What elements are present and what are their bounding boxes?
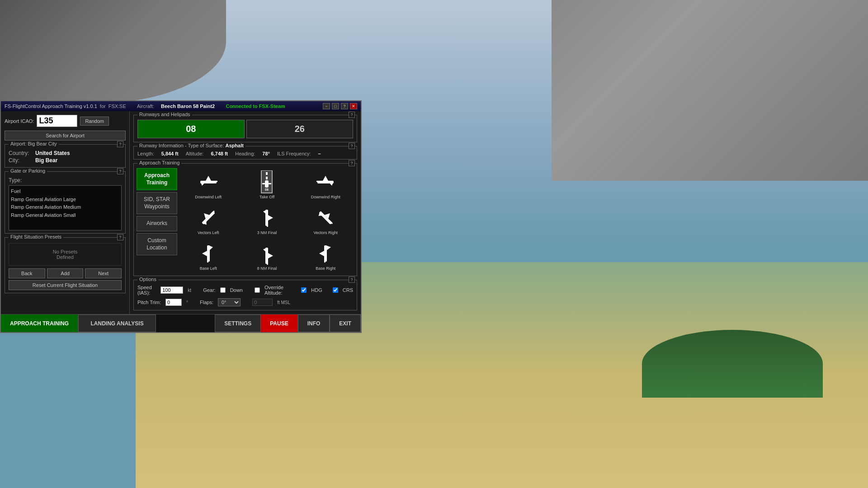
altitude-input [252, 299, 273, 306]
base-left-plane-svg [195, 242, 222, 265]
downwind-left-cell[interactable]: Downwind Left [180, 168, 237, 202]
svg-rect-15 [316, 181, 321, 182]
length-key: Length: [137, 151, 154, 156]
minimize-button[interactable]: − [323, 103, 330, 109]
list-item[interactable]: Ramp General Aviation Small [11, 211, 119, 220]
app-title: FS-FlightControl Approach Training v1.0.… [5, 103, 97, 109]
base-right-plane-svg [312, 242, 339, 265]
approach-training-mode-button[interactable]: ApproachTraining [137, 168, 177, 190]
sid-star-mode-button[interactable]: SID, STARWaypoints [137, 192, 177, 214]
vectors-left-cell[interactable]: Vectors Left [180, 204, 237, 238]
heading-value: 78° [262, 151, 270, 156]
downwind-left-label: Downwind Left [195, 195, 222, 200]
approach-section-help[interactable]: ? [349, 160, 355, 166]
exit-button[interactable]: EXIT [330, 314, 361, 332]
runway-08-button[interactable]: 08 [137, 120, 245, 138]
base-right-cell[interactable]: Base Right [297, 239, 354, 273]
svg-marker-34 [263, 248, 267, 253]
settings-button[interactable]: SETTINGS [215, 314, 261, 332]
type-list[interactable]: Fuel Ramp General Aviation Large Ramp Ge… [9, 185, 122, 230]
altitude-key: Altitude: [186, 151, 204, 156]
svg-marker-18 [202, 219, 209, 226]
title-bar-left: FS-FlightControl Approach Training v1.0.… [5, 103, 285, 109]
mode-buttons: ApproachTraining SID, STARWaypoints Airw… [137, 168, 177, 273]
gear-down-checkbox[interactable] [220, 287, 226, 293]
3nm-final-cell[interactable]: 3 NM Final [239, 204, 296, 238]
info-button[interactable]: INFO [298, 314, 330, 332]
pause-button[interactable]: PAUSE [261, 314, 297, 332]
downwind-right-plane-svg [312, 171, 339, 193]
approach-training-bottom-button[interactable]: APPROACH TRAINING [1, 314, 78, 332]
runway-info-help[interactable]: ? [349, 143, 355, 149]
svg-rect-6 [266, 177, 268, 179]
next-button[interactable]: Next [85, 268, 122, 278]
airworks-mode-button[interactable]: Airworks [137, 216, 177, 231]
runway-info-section: Runway Information - Type of Surface: As… [133, 146, 357, 160]
options-content: Speed (IAS): kt Gear: Down Override Alti… [134, 280, 357, 310]
8nm-final-cell[interactable]: 8 NM Final [239, 239, 296, 273]
override-altitude-checkbox[interactable] [255, 287, 260, 293]
svg-marker-13 [323, 176, 328, 181]
runway-info-label: Runway Information - Type of Surface: As… [137, 143, 245, 148]
random-button[interactable]: Random [80, 117, 109, 126]
close-button[interactable]: ✕ [350, 103, 357, 109]
maximize-button[interactable]: □ [332, 103, 339, 109]
downwind-right-icon [312, 170, 339, 194]
icao-input[interactable] [37, 115, 77, 127]
approach-training-section: Approach Training ? ApproachTraining SID… [133, 163, 357, 276]
icao-label: Airport ICAO: [5, 118, 34, 124]
list-item[interactable]: Ramp General Aviation Medium [11, 203, 119, 211]
gate-parking-help[interactable]: ? [117, 168, 123, 174]
title-bar: FS-FlightControl Approach Training v1.0.… [1, 101, 361, 111]
svg-text:08: 08 [265, 188, 269, 191]
alt-unit: ft MSL [277, 300, 290, 305]
vectors-left-icon [195, 206, 222, 230]
presets-label: Flight Situation Presets [9, 234, 63, 239]
help-button[interactable]: ? [341, 103, 348, 109]
svg-marker-33 [268, 253, 273, 258]
pitch-input[interactable] [165, 299, 182, 306]
airport-section-label: Airport: Big Bear City [9, 141, 59, 146]
crs-label: CRS [343, 287, 353, 293]
landing-analysis-button[interactable]: LANDING ANALYSIS [78, 314, 156, 332]
back-button[interactable]: Back [9, 268, 45, 278]
downwind-right-cell[interactable]: Downwind Right [297, 168, 354, 202]
surface-type: Asphalt [226, 143, 244, 148]
approach-section-label: Approach Training [137, 160, 181, 165]
country-value: United States [35, 150, 70, 156]
vectors-right-cell[interactable]: Vectors Right [297, 204, 354, 238]
add-button[interactable]: Add [47, 268, 84, 278]
vectors-left-label: Vectors Left [198, 230, 219, 235]
bottom-bar: APPROACH TRAINING LANDING ANALYSIS SETTI… [1, 314, 361, 332]
list-item[interactable]: Fuel [11, 188, 119, 196]
3nm-final-label: 3 NM Final [257, 230, 277, 235]
altitude-value: 6,748 ft [211, 151, 228, 156]
list-item[interactable]: Ramp General Aviation Large [11, 196, 119, 204]
runways-help[interactable]: ? [349, 112, 355, 118]
svg-marker-22 [263, 210, 267, 215]
presets-help[interactable]: ? [117, 234, 123, 240]
for-label: for [100, 103, 106, 109]
no-presets-display: No Presets Defined [9, 243, 122, 266]
3nm-final-icon [253, 206, 280, 230]
hdg-checkbox[interactable] [301, 287, 307, 293]
search-airport-button[interactable]: Search for Airport [5, 131, 126, 141]
reset-flight-button[interactable]: Reset Current Flight Situation [9, 280, 122, 290]
base-left-cell[interactable]: Base Left [180, 239, 237, 273]
options-help[interactable]: ? [349, 277, 355, 283]
8nm-final-plane-svg [254, 242, 280, 265]
flaps-select[interactable]: 0° 10° 20° 30° [218, 298, 241, 306]
airport-section-help[interactable]: ? [117, 141, 123, 147]
downwind-left-plane-svg [195, 171, 222, 193]
no-presets-line2: Defined [14, 254, 116, 260]
take-off-cell[interactable]: 08 Take Off [239, 168, 296, 202]
connection-status: Connected to FSX-Steam [226, 103, 285, 109]
custom-location-mode-button[interactable]: CustomLocation [137, 233, 177, 255]
take-off-icon: 08 [253, 170, 280, 194]
speed-input[interactable] [160, 286, 183, 294]
take-off-label: Take Off [259, 195, 274, 200]
crs-checkbox[interactable] [333, 287, 338, 293]
take-off-runway-svg: 08 [258, 170, 276, 194]
gear-key: Gear: [203, 287, 216, 293]
runway-26-button[interactable]: 26 [246, 120, 354, 138]
